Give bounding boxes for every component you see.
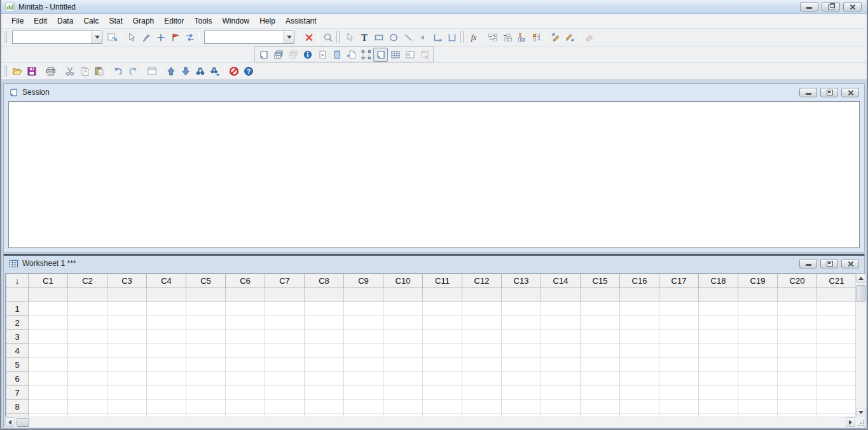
name-cell-C12[interactable]: [462, 288, 502, 302]
column-header-C10[interactable]: C10: [383, 274, 423, 288]
cell-C10-7[interactable]: [383, 386, 423, 400]
edit-last-dialog-button[interactable]: [105, 31, 120, 45]
cell-C1-4[interactable]: [29, 344, 68, 358]
cell-C16-1[interactable]: [620, 302, 659, 316]
cell-C15-4[interactable]: [581, 344, 620, 358]
cell-C9-8[interactable]: [344, 400, 383, 414]
cell-C15-2[interactable]: [581, 316, 620, 330]
column-header-C11[interactable]: C11: [423, 274, 462, 288]
related-docs-button[interactable]: [344, 48, 359, 62]
cell-C10-2[interactable]: [383, 316, 423, 330]
cell-C19-5[interactable]: [738, 358, 778, 372]
row-header-6[interactable]: 6: [6, 372, 29, 386]
menu-file[interactable]: File: [6, 15, 29, 27]
cell-C21-2[interactable]: [817, 316, 857, 330]
cell-C20-5[interactable]: [778, 358, 817, 372]
graph-item-combobox-field[interactable]: [13, 31, 92, 43]
show-worksheet-button[interactable]: [388, 48, 403, 62]
menu-calc[interactable]: Calc: [78, 15, 104, 27]
cancel-button[interactable]: [226, 64, 241, 78]
minimize-button[interactable]: [800, 2, 818, 11]
info-button[interactable]: [300, 48, 315, 62]
cell-C9-7[interactable]: [344, 386, 383, 400]
select-tool-button[interactable]: [342, 31, 357, 45]
name-cell-C7[interactable]: [265, 288, 305, 302]
row-header-2[interactable]: 2: [6, 316, 29, 330]
cell-C9-2[interactable]: [344, 316, 383, 330]
cell-C21-6[interactable]: [817, 372, 857, 386]
cell-C20-8[interactable]: [778, 400, 817, 414]
cell-C17-8[interactable]: [659, 400, 699, 414]
cell-C11-5[interactable]: [423, 358, 462, 372]
cell-C4-2[interactable]: [147, 316, 186, 330]
swap-arrows-button[interactable]: [183, 31, 197, 45]
annotation-combobox[interactable]: [204, 31, 294, 44]
cell-C3-1[interactable]: [107, 302, 147, 316]
cell-C9-1[interactable]: [344, 302, 383, 316]
cell-C7-3[interactable]: [265, 330, 305, 344]
reportpad-button[interactable]: [329, 48, 344, 62]
cell-C8-5[interactable]: [305, 358, 344, 372]
name-row-header[interactable]: [6, 288, 29, 302]
row-header-1[interactable]: 1: [6, 302, 29, 316]
cell-C18-8[interactable]: [699, 400, 738, 414]
name-cell-C14[interactable]: [541, 288, 581, 302]
menu-tools[interactable]: Tools: [189, 15, 217, 27]
cell-C9-5[interactable]: [344, 358, 383, 372]
cell-C7-1[interactable]: [265, 302, 305, 316]
name-cell-C10[interactable]: [383, 288, 423, 302]
annotation-combobox-field[interactable]: [205, 31, 284, 43]
cell-C3-7[interactable]: [107, 386, 147, 400]
column-header-C9[interactable]: C9: [344, 274, 383, 288]
pencil-arrow-button[interactable]: [548, 31, 563, 45]
cell-C16-3[interactable]: [620, 330, 659, 344]
name-cell-C5[interactable]: [186, 288, 226, 302]
cell-C10-4[interactable]: [383, 344, 423, 358]
cell-C1-6[interactable]: [29, 372, 68, 386]
cell-C6-3[interactable]: [226, 330, 265, 344]
rearrange-columns-button[interactable]: [529, 31, 544, 45]
cell-C1-7[interactable]: [29, 386, 68, 400]
cell-C9-4[interactable]: [344, 344, 383, 358]
cell-C11-8[interactable]: [423, 400, 462, 414]
toolbar-grip[interactable]: [4, 65, 7, 77]
cell-C13-5[interactable]: [502, 358, 541, 372]
cell-C16-4[interactable]: [620, 344, 659, 358]
cell-C14-3[interactable]: [541, 330, 581, 344]
corner-cell[interactable]: ↓: [6, 274, 29, 288]
cell-C12-7[interactable]: [462, 386, 502, 400]
cell-C9-6[interactable]: [344, 372, 383, 386]
scroll-down-button[interactable]: [856, 408, 865, 417]
cell-C16-6[interactable]: [620, 372, 659, 386]
cell-C13-7[interactable]: [502, 386, 541, 400]
name-cell-C20[interactable]: [778, 288, 817, 302]
cell-C4-7[interactable]: [147, 386, 186, 400]
chevron-down-icon[interactable]: [92, 31, 102, 43]
session-close-button[interactable]: [841, 88, 859, 97]
session-restore-button[interactable]: [820, 88, 838, 97]
cell-C15-6[interactable]: [581, 372, 620, 386]
row-header-7[interactable]: 7: [6, 386, 29, 400]
name-cell-C15[interactable]: [581, 288, 620, 302]
pencil-drop-button[interactable]: [563, 31, 577, 45]
cell-C13-3[interactable]: [502, 330, 541, 344]
cell-C4-6[interactable]: [147, 372, 186, 386]
cell-C18-6[interactable]: [699, 372, 738, 386]
open-button[interactable]: [10, 64, 24, 78]
cell-C7-2[interactable]: [265, 316, 305, 330]
cell-C12-5[interactable]: [462, 358, 502, 372]
cell-C14-6[interactable]: [541, 372, 581, 386]
cell-C14-1[interactable]: [541, 302, 581, 316]
column-header-C17[interactable]: C17: [659, 274, 699, 288]
fx-button[interactable]: fx: [466, 31, 481, 45]
marker-tool-button[interactable]: [415, 31, 430, 45]
cell-C7-8[interactable]: [265, 400, 305, 414]
polyline-tool-button[interactable]: [430, 31, 444, 45]
cell-C5-1[interactable]: [186, 302, 226, 316]
menu-assistant[interactable]: Assistant: [280, 15, 322, 27]
name-cell-C11[interactable]: [423, 288, 462, 302]
name-cell-C13[interactable]: [502, 288, 541, 302]
cell-C5-5[interactable]: [186, 358, 226, 372]
cell-C17-3[interactable]: [659, 330, 699, 344]
vertical-scroll-thumb[interactable]: [857, 285, 865, 302]
